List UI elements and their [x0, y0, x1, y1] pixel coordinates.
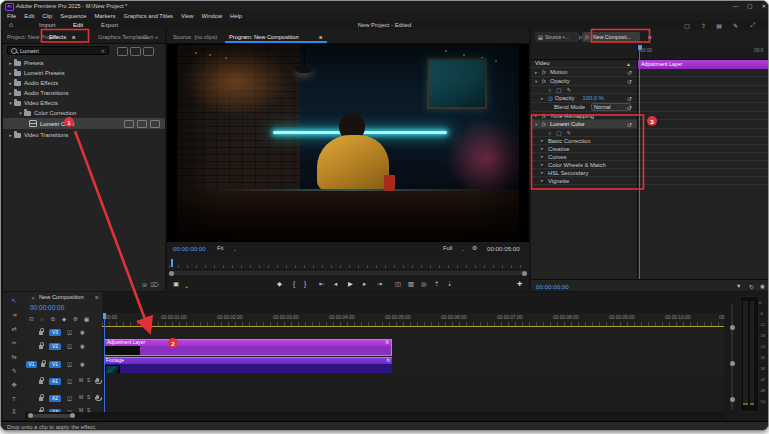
lock-icon[interactable]: [39, 345, 43, 349]
ellipse-mask-icon[interactable]: ○: [548, 87, 551, 93]
tree-item-video-transitions[interactable]: ▸ Video Transitions: [3, 130, 165, 140]
captions-icon[interactable]: ▦: [84, 316, 89, 322]
toggle-effects-icon[interactable]: ◉: [760, 283, 765, 289]
tab-overflow[interactable]: Con: [143, 34, 153, 40]
solo-button[interactable]: S: [87, 378, 90, 383]
ec-row-lumetri-color[interactable]: ▾ fx Lumetri Color ↺: [531, 120, 768, 129]
32bit-effects-filter-icon[interactable]: [130, 47, 141, 56]
track-header-v2[interactable]: V2 ◫ ◉: [25, 338, 102, 357]
linked-selection-icon[interactable]: ⧉: [51, 316, 55, 323]
timeline-vertical-scrollbar[interactable]: [731, 304, 733, 410]
lock-icon[interactable]: [39, 331, 43, 335]
expander-icon[interactable]: ▸: [535, 70, 542, 75]
ec-row-creative[interactable]: ▸Creative: [531, 145, 768, 153]
stopwatch-icon[interactable]: ◷: [548, 95, 553, 101]
track-target-a2[interactable]: A2: [49, 395, 61, 402]
ec-row-opacity-param[interactable]: ▸ ◷ Opacity 100.0 % ↺: [531, 94, 768, 103]
go-to-out-icon[interactable]: ⇥: [377, 280, 382, 287]
expander-icon[interactable]: ▸: [541, 96, 548, 101]
pen-mask-icon[interactable]: ✎: [567, 130, 572, 136]
rect-mask-icon[interactable]: ▢: [556, 130, 561, 136]
new-custom-bin-icon[interactable]: ⊞: [142, 281, 147, 288]
quick-export-icon[interactable]: ⇧: [701, 22, 706, 29]
hand-tool-icon[interactable]: ✥: [3, 381, 25, 388]
expander-icon[interactable]: ▸: [7, 60, 14, 66]
expander-icon[interactable]: ▸: [535, 113, 542, 118]
play-around-icon[interactable]: ↻: [749, 283, 754, 290]
tree-item-audio-transitions[interactable]: ▸ Audio Transitions: [3, 88, 165, 98]
expander-icon[interactable]: ▾: [17, 110, 24, 116]
effect-controls-menu-icon[interactable]: ≡: [648, 34, 651, 40]
adjustment-layer-clip[interactable]: Adjustment Layer fx: [104, 339, 392, 356]
ec-composition-tab[interactable]: fx New Composit...: [582, 32, 640, 42]
lock-icon[interactable]: [41, 363, 45, 367]
track-header-v1[interactable]: V1 V1 ◫ ◉: [25, 356, 102, 374]
export-frame-icon[interactable]: ◎: [421, 280, 427, 287]
menu-help[interactable]: Help: [230, 13, 242, 19]
blend-mode-select[interactable]: Normal ⌄: [591, 103, 631, 111]
comparison-view-icon[interactable]: ◫: [395, 280, 401, 287]
ellipse-mask-icon[interactable]: ○: [548, 130, 551, 136]
tab-source-monitor[interactable]: Source: (no clips): [173, 34, 217, 40]
audio-meter[interactable]: [740, 296, 759, 412]
pen-mask-icon[interactable]: ✎: [567, 87, 572, 93]
track-lane-a2[interactable]: [102, 390, 724, 408]
timeline-horizontal-scrollbar[interactable]: [25, 412, 724, 419]
menu-edit[interactable]: Edit: [24, 13, 34, 19]
sync-lock-icon[interactable]: ◫: [67, 378, 72, 384]
extract-icon[interactable]: ⇣: [447, 280, 452, 287]
tab-overflow-icon[interactable]: »: [155, 34, 158, 40]
program-video-area[interactable]: [167, 44, 529, 242]
ec-source-tab[interactable]: ▤ Source •...: [535, 32, 579, 42]
tab-effects[interactable]: Effects: [49, 34, 66, 40]
ec-row-vignette[interactable]: ▸Vignette: [531, 177, 768, 185]
menu-sequence[interactable]: Sequence: [60, 13, 86, 19]
slip-tool-icon[interactable]: ⇆: [3, 353, 25, 360]
expander-icon[interactable]: ▸: [541, 170, 548, 175]
reset-effect-icon[interactable]: ↺: [627, 104, 632, 111]
play-button-icon[interactable]: ▶: [348, 280, 353, 287]
tree-item-audio-effects[interactable]: ▸ Audio Effects: [3, 78, 165, 88]
reset-effect-icon[interactable]: ↺: [627, 95, 632, 102]
timeline-playhead[interactable]: [104, 313, 105, 417]
expander-icon[interactable]: ▾: [535, 79, 542, 84]
toggle-track-output-eye-icon[interactable]: ◉: [80, 361, 85, 367]
add-marker-icon[interactable]: ◆: [277, 280, 282, 287]
sync-lock-icon[interactable]: ◫: [67, 343, 72, 349]
accelerated-effects-filter-icon[interactable]: [117, 47, 128, 56]
snap-icon[interactable]: ∩: [40, 316, 44, 322]
ec-timecode[interactable]: 00:00:00:00: [536, 283, 569, 290]
lift-icon[interactable]: ⇡: [434, 280, 439, 287]
monitor-settings-wrench-icon[interactable]: ⚙: [472, 244, 477, 251]
pen-tool-icon[interactable]: ✎: [3, 367, 25, 374]
track-target-v2[interactable]: V2: [49, 343, 61, 350]
source-patch-v1[interactable]: V1: [26, 361, 37, 368]
tree-item-lumetri-presets[interactable]: ▸ Lumetri Presets: [3, 68, 165, 78]
menu-clip[interactable]: Clip: [42, 13, 52, 19]
timeline-timecode[interactable]: 00:00:00:00: [30, 304, 64, 311]
mark-in-icon[interactable]: {: [293, 280, 295, 287]
playback-resolution-select[interactable]: Full: [443, 245, 452, 251]
tree-item-color-correction[interactable]: ▾ Color Correction: [3, 108, 165, 118]
lock-icon[interactable]: [39, 397, 43, 401]
panels-icon[interactable]: ▤: [716, 22, 722, 29]
monitor-playhead[interactable]: [171, 259, 173, 267]
expander-icon[interactable]: ▸: [7, 80, 14, 86]
sync-lock-icon[interactable]: ◫: [67, 395, 72, 401]
ec-playhead[interactable]: [639, 45, 640, 279]
sync-lock-icon[interactable]: ◫: [67, 329, 72, 335]
tab-program-monitor[interactable]: Program: New Composition: [229, 34, 299, 40]
program-panel-menu-icon[interactable]: ≡: [319, 34, 322, 40]
minimize-button[interactable]: —: [733, 1, 739, 11]
snap-toggle-icon[interactable]: ⊼: [3, 408, 25, 415]
step-forward-icon[interactable]: ▸: [363, 280, 366, 287]
ec-adjustment-layer-bar[interactable]: Adjustment Layer: [638, 60, 768, 69]
rect-mask-icon[interactable]: ▢: [556, 87, 561, 93]
ec-row-color-wheels[interactable]: ▸Color Wheels & Match: [531, 161, 768, 169]
ec-row-blend-mode[interactable]: Blend Mode Normal ⌄ ↺: [531, 103, 768, 112]
mute-button[interactable]: M: [79, 395, 83, 400]
ec-row-basic-correction[interactable]: ▸Basic Correction: [531, 137, 768, 145]
menu-view[interactable]: View: [181, 13, 193, 19]
button-editor-icon[interactable]: ✚: [517, 280, 522, 287]
program-timecode[interactable]: 00:00:00:00: [173, 245, 206, 252]
